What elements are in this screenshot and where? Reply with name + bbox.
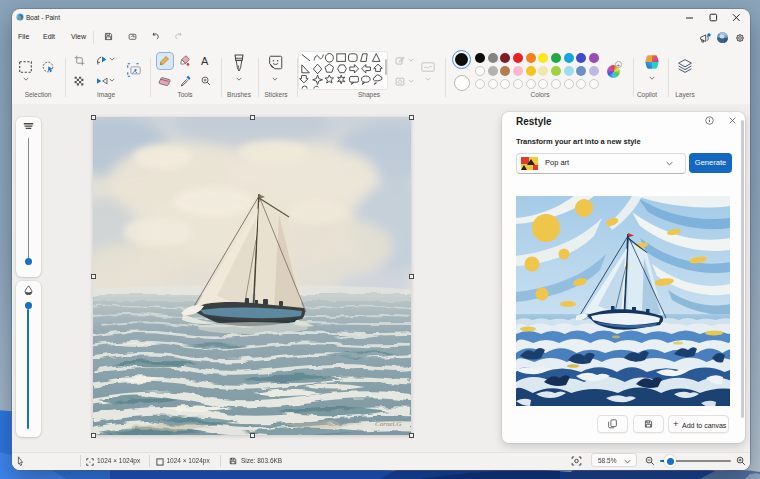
svg-text:Cornel.G: Cornel.G [375,420,401,428]
